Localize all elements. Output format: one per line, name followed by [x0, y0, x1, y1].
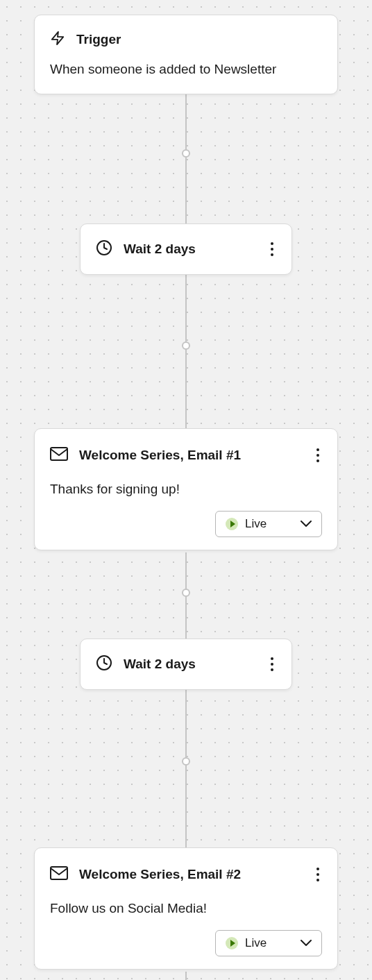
- bolt-icon: [50, 31, 65, 49]
- chevron-down-icon: [301, 518, 312, 530]
- status-dropdown[interactable]: Live: [215, 511, 322, 537]
- email-step-description: Follow us on Social Media!: [50, 901, 322, 916]
- more-options-button[interactable]: [268, 238, 276, 260]
- chevron-down-icon: [301, 937, 312, 949]
- email-step-2[interactable]: Welcome Series, Email #2 Follow us on So…: [34, 847, 338, 970]
- live-status-icon: [226, 937, 238, 949]
- email-step-title: Welcome Series, Email #2: [79, 867, 241, 882]
- email-step-1[interactable]: Welcome Series, Email #1 Thanks for sign…: [34, 428, 338, 550]
- more-options-button[interactable]: [314, 863, 322, 886]
- more-vertical-icon: [316, 866, 319, 883]
- trigger-title: Trigger: [76, 32, 121, 47]
- more-vertical-icon: [316, 447, 319, 464]
- mail-icon: [50, 866, 68, 883]
- status-dropdown[interactable]: Live: [215, 930, 322, 956]
- trigger-description: When someone is added to Newsletter: [50, 61, 322, 78]
- email-step-title: Welcome Series, Email #1: [79, 448, 241, 463]
- wait-step-title: Wait 2 days: [124, 242, 196, 257]
- svg-rect-2: [51, 448, 67, 460]
- status-label: Live: [245, 517, 267, 531]
- clock-icon: [96, 654, 112, 674]
- mail-icon: [50, 447, 68, 464]
- more-options-button[interactable]: [268, 653, 276, 675]
- wait-step-1[interactable]: Wait 2 days: [80, 223, 292, 275]
- more-vertical-icon: [271, 241, 273, 257]
- svg-rect-4: [51, 867, 67, 879]
- trigger-card[interactable]: Trigger When someone is added to Newslet…: [34, 15, 338, 94]
- svg-marker-0: [52, 32, 64, 44]
- live-status-icon: [226, 518, 238, 530]
- more-options-button[interactable]: [314, 444, 322, 466]
- clock-icon: [96, 239, 112, 259]
- wait-step-2[interactable]: Wait 2 days: [80, 639, 292, 690]
- wait-step-title: Wait 2 days: [124, 657, 196, 672]
- more-vertical-icon: [271, 656, 273, 673]
- status-label: Live: [245, 936, 267, 950]
- email-step-description: Thanks for signing up!: [50, 482, 322, 497]
